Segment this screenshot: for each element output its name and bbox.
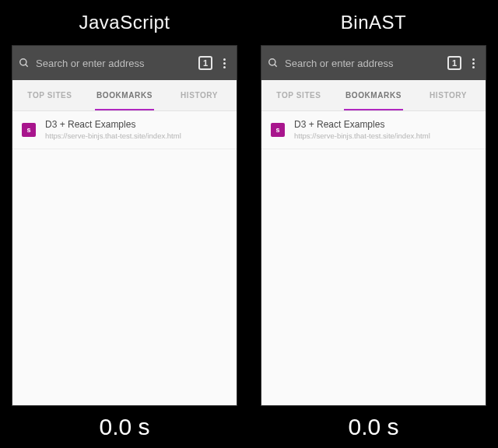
pane-javascript: JavaScript Search or enter address 1: [0, 0, 249, 448]
timer-label: 0.0 s: [99, 406, 149, 448]
tab-history[interactable]: HISTORY: [162, 80, 237, 110]
tab-bookmarks[interactable]: BOOKMARKS: [336, 80, 411, 110]
tabs-row: TOP SITES BOOKMARKS HISTORY: [12, 80, 237, 111]
content-area: [261, 149, 486, 405]
tab-count-value: 1: [452, 58, 457, 68]
search-input[interactable]: Search or enter address: [268, 58, 444, 69]
content-area: [12, 149, 237, 405]
search-input[interactable]: Search or enter address: [19, 58, 195, 69]
bookmark-url: https://serve-binjs.that-test.site/index…: [294, 131, 430, 141]
svg-point-0: [20, 59, 26, 65]
bookmark-url: https://serve-binjs.that-test.site/index…: [45, 131, 181, 141]
search-icon: [268, 58, 279, 68]
tabs-row: TOP SITES BOOKMARKS HISTORY: [261, 80, 486, 111]
browser-topbar: Search or enter address 1: [12, 46, 237, 80]
bookmark-title: D3 + React Examples: [45, 119, 181, 131]
tab-bookmarks[interactable]: BOOKMARKS: [87, 80, 162, 110]
pane-title: BinAST: [341, 0, 406, 45]
menu-button[interactable]: [471, 57, 476, 70]
search-icon: [19, 58, 30, 68]
pane-binast: BinAST Search or enter address 1: [249, 0, 498, 448]
svg-line-3: [275, 65, 277, 67]
bookmark-title: D3 + React Examples: [294, 119, 430, 131]
tab-count-button[interactable]: 1: [198, 56, 212, 70]
tab-history[interactable]: HISTORY: [411, 80, 486, 110]
bookmark-item[interactable]: s D3 + React Examples https://serve-binj…: [12, 111, 237, 149]
browser-topbar: Search or enter address 1: [261, 46, 486, 80]
tab-top-sites[interactable]: TOP SITES: [261, 80, 336, 110]
search-placeholder: Search or enter address: [36, 58, 144, 69]
svg-point-2: [269, 59, 275, 65]
timer-label: 0.0 s: [348, 406, 398, 448]
tab-count-value: 1: [203, 58, 208, 68]
menu-icon: [223, 58, 226, 61]
menu-icon: [472, 58, 475, 61]
menu-button[interactable]: [222, 57, 227, 70]
tab-count-button[interactable]: 1: [447, 56, 461, 70]
browser-window: Search or enter address 1 TOP SITES BOOK…: [261, 45, 486, 406]
favicon-icon: s: [22, 123, 36, 137]
pane-title: JavaScript: [79, 0, 170, 45]
svg-line-1: [26, 65, 28, 67]
bookmark-item[interactable]: s D3 + React Examples https://serve-binj…: [261, 111, 486, 149]
browser-window: Search or enter address 1 TOP SITES BOOK…: [12, 45, 237, 406]
favicon-icon: s: [271, 123, 285, 137]
tab-top-sites[interactable]: TOP SITES: [12, 80, 87, 110]
search-placeholder: Search or enter address: [285, 58, 393, 69]
